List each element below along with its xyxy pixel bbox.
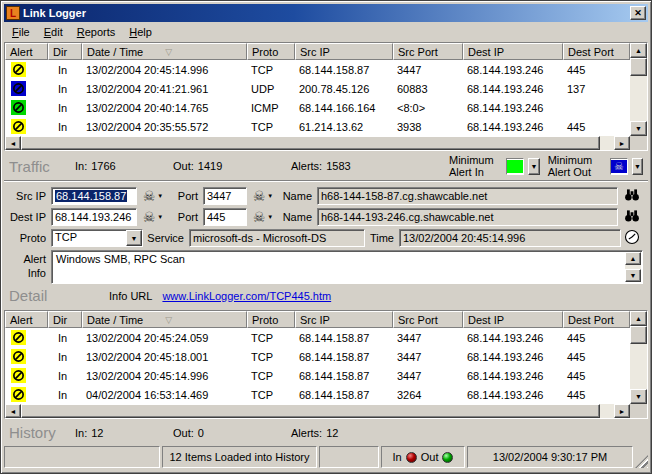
resize-grip[interactable] xyxy=(635,455,648,468)
chevron-down-icon: ▼ xyxy=(634,163,641,170)
scroll-left-button[interactable]: ◄ xyxy=(5,136,21,150)
scroll-down-button[interactable]: ▼ xyxy=(630,389,647,404)
dest-ip-alert-dropdown[interactable]: ☠▼ xyxy=(137,210,169,224)
src-name-field[interactable]: h68-144-158-87.cg.shawcable.net xyxy=(317,187,618,205)
column-header-alert[interactable]: Alert xyxy=(5,311,48,328)
scrollbar-track[interactable] xyxy=(600,136,614,150)
srcip-cell: 68.144.166.164 xyxy=(295,98,393,117)
menu-reports[interactable]: Reports xyxy=(70,23,123,41)
menu-file[interactable]: File xyxy=(5,23,37,41)
scroll-up-button[interactable]: ▲ xyxy=(625,252,641,265)
history-alerts-label: Alerts: xyxy=(291,427,322,439)
column-header-datetime[interactable]: Date / Time ▽ xyxy=(82,43,247,60)
history-section-label: History xyxy=(9,424,75,441)
table-row[interactable]: In 13/02/2004 20:41:21.961 UDP 200.78.45… xyxy=(5,79,630,98)
srcip-cell: 68.144.158.87 xyxy=(295,328,393,347)
scroll-right-button[interactable]: ► xyxy=(614,404,630,418)
scrollbar-thumb[interactable] xyxy=(21,404,600,418)
menu-help[interactable]: Help xyxy=(122,23,159,41)
src-port-field[interactable]: 3447 xyxy=(203,187,247,205)
column-header-srcip[interactable]: Src IP xyxy=(295,311,393,328)
column-header-destip[interactable]: Dest IP xyxy=(463,43,563,60)
min-alert-in-dropdown-button[interactable]: ▼ xyxy=(528,158,539,175)
column-header-proto[interactable]: Proto xyxy=(247,43,295,60)
scroll-down-button[interactable]: ▼ xyxy=(625,269,641,282)
min-alert-out-dropdown[interactable]: ☠ xyxy=(610,158,628,175)
scrollbar-thumb[interactable] xyxy=(630,326,647,344)
alert-info-value: Windows SMB, RPC Scan xyxy=(56,253,185,265)
column-header-srcport[interactable]: Src Port xyxy=(393,43,463,60)
scrollbar-track[interactable] xyxy=(630,344,647,389)
column-header-dir[interactable]: Dir xyxy=(48,43,82,60)
title-bar[interactable]: L Link Logger ✕ xyxy=(4,4,648,22)
scrollbar-thumb[interactable] xyxy=(21,136,600,150)
table-row[interactable]: In 13/02/2004 20:45:14.996 TCP 68.144.15… xyxy=(5,366,630,385)
dest-port-alert-dropdown[interactable]: ☠▼ xyxy=(247,210,279,224)
close-button[interactable]: ✕ xyxy=(630,6,646,20)
scrollbar-thumb[interactable] xyxy=(630,58,647,76)
time-field[interactable]: 13/02/2004 20:45:14.996 xyxy=(399,229,621,247)
column-header-destport[interactable]: Dest Port xyxy=(563,43,630,60)
scroll-up-button[interactable]: ▲ xyxy=(630,311,647,326)
column-header-dir[interactable]: Dir xyxy=(48,311,82,328)
scroll-down-icon: ▼ xyxy=(635,393,642,400)
scrollbar-track[interactable] xyxy=(630,76,647,121)
proto-dropdown-button[interactable]: ▼ xyxy=(126,230,142,246)
table-row[interactable]: In 13/02/2004 20:40:14.765 ICMP 68.144.1… xyxy=(5,98,630,117)
dest-port-field[interactable]: 445 xyxy=(203,208,247,226)
skull-icon: ☠ xyxy=(253,210,266,224)
vertical-scrollbar[interactable]: ▲ ▼ xyxy=(630,311,647,404)
dir-cell: In xyxy=(48,117,82,136)
proto-select[interactable]: TCP ▼ xyxy=(51,229,143,247)
time-label: Time xyxy=(365,232,399,244)
datetime-cell: 13/02/2004 20:45:24.059 xyxy=(82,328,247,347)
column-header-alert[interactable]: Alert xyxy=(5,43,48,60)
table-row[interactable]: In 13/02/2004 20:45:18.001 TCP 68.144.15… xyxy=(5,347,630,366)
horizontal-scrollbar[interactable]: ◄ ► xyxy=(5,136,630,150)
src-name-lookup-button[interactable] xyxy=(621,188,643,203)
menu-edit[interactable]: Edit xyxy=(37,23,70,41)
src-ip-field[interactable]: 68.144.158.87 xyxy=(51,187,137,205)
clock-icon xyxy=(624,229,640,247)
status-bar: 12 Items Loaded into History In Out 13/0… xyxy=(4,446,648,468)
scrollbar-track[interactable] xyxy=(600,404,614,418)
datetime-cell: 13/02/2004 20:45:18.001 xyxy=(82,347,247,366)
table-row[interactable]: In 13/02/2004 20:35:55.572 TCP 61.214.13… xyxy=(5,117,630,136)
column-header-proto[interactable]: Proto xyxy=(247,311,295,328)
scroll-down-icon: ▼ xyxy=(630,272,637,279)
min-alert-out-dropdown-button[interactable]: ▼ xyxy=(632,158,643,175)
service-field[interactable]: microsoft-ds - Microsoft-DS xyxy=(189,229,365,247)
scroll-right-button[interactable]: ► xyxy=(614,136,630,150)
history-out-count: 0 xyxy=(198,427,204,439)
scroll-down-button[interactable]: ▼ xyxy=(630,121,647,136)
chevron-down-icon: ▼ xyxy=(157,193,163,199)
src-ip-alert-dropdown[interactable]: ☠▼ xyxy=(137,189,169,203)
datetime-cell: 13/02/2004 20:40:14.765 xyxy=(82,98,247,117)
info-url-link[interactable]: www.LinkLogger.com/TCP445.htm xyxy=(162,290,331,302)
traffic-alerts-label: Alerts: xyxy=(291,160,322,172)
column-header-destport[interactable]: Dest Port xyxy=(563,311,630,328)
vertical-scrollbar[interactable]: ▲ ▼ xyxy=(630,43,647,136)
column-header-srcport[interactable]: Src Port xyxy=(393,311,463,328)
history-out-label: Out: xyxy=(173,427,194,439)
table-row[interactable]: In 13/02/2004 20:45:14.996 TCP 68.144.15… xyxy=(5,60,630,79)
column-header-datetime[interactable]: Date / Time ▽ xyxy=(82,311,247,328)
proto-cell: TCP xyxy=(247,328,295,347)
alert-info-field[interactable]: Windows SMB, RPC Scan ▲ ▼ xyxy=(51,250,643,284)
table-row[interactable]: In 04/02/2004 16:53:14.469 TCP 68.144.15… xyxy=(5,385,630,404)
horizontal-scrollbar[interactable]: ◄ ► xyxy=(5,404,630,418)
column-header-destip[interactable]: Dest IP xyxy=(463,311,563,328)
dest-name-lookup-button[interactable] xyxy=(621,209,643,224)
alert-color-swatch xyxy=(507,160,523,173)
alert-info-scrollbar[interactable]: ▲ ▼ xyxy=(625,252,641,282)
min-alert-in-dropdown[interactable] xyxy=(506,158,524,175)
alert-cell xyxy=(5,79,48,98)
scroll-left-button[interactable]: ◄ xyxy=(5,404,21,418)
src-port-alert-dropdown[interactable]: ☠▼ xyxy=(247,189,279,203)
column-header-srcip[interactable]: Src IP xyxy=(295,43,393,60)
time-lookup-button[interactable] xyxy=(621,229,643,247)
scroll-up-button[interactable]: ▲ xyxy=(630,43,647,58)
dest-ip-field[interactable]: 68.144.193.246 xyxy=(51,208,137,226)
dest-name-field[interactable]: h68-144-193-246.cg.shawcable.net xyxy=(317,208,618,226)
table-row[interactable]: In 13/02/2004 20:45:24.059 TCP 68.144.15… xyxy=(5,328,630,347)
